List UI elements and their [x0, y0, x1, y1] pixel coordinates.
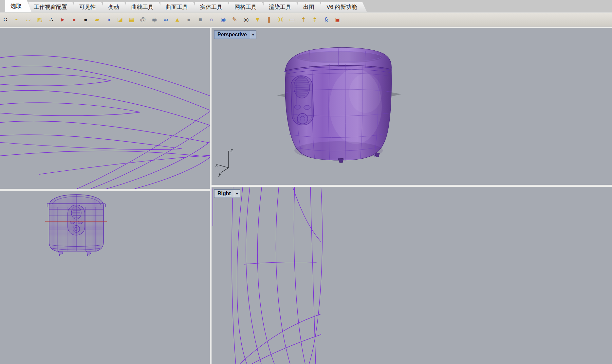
unlock-objects-icon[interactable]: § [322, 15, 330, 24]
viewport-perspective[interactable]: Perspective ▾ [212, 28, 612, 185]
viewport-label-right[interactable]: Right [214, 189, 234, 198]
axis-label-x: x [215, 162, 218, 167]
select-point-clouds-icon[interactable]: ∴ [47, 15, 55, 24]
right-wireframe-canvas [212, 187, 612, 364]
cplane-right-wing [391, 92, 401, 96]
select-surfaces-icon[interactable]: ▱ [24, 15, 32, 24]
select-chains-icon[interactable]: ∞ [162, 15, 170, 24]
select-circles-icon[interactable]: ○ [208, 15, 216, 24]
brush-select-icon[interactable]: ✎ [231, 15, 239, 24]
select-sphere-pairs-icon[interactable]: ◉ [219, 15, 227, 24]
tab-render-tools[interactable]: 渲染工具 [264, 2, 301, 12]
viewport-menu-arrow-icon[interactable]: ▾ [250, 30, 256, 39]
viewport-front[interactable] [0, 191, 210, 364]
tab-print[interactable]: 出图 [298, 2, 324, 12]
axis-gizmo [219, 151, 229, 172]
select-hatches-icon[interactable]: ▨ [36, 15, 44, 24]
select-surface-patch-icon[interactable]: ▰ [93, 15, 101, 24]
top-wireframe-canvas [0, 28, 210, 189]
perspective-canvas: z x y [212, 28, 612, 185]
tab-solid-tools[interactable]: 实体工具 [195, 2, 232, 12]
viewport-title-right: Right ▾ [214, 189, 240, 198]
fence-select-icon[interactable]: ∥ [265, 15, 273, 24]
viewport-right[interactable]: Right ▾ [212, 187, 612, 364]
select-meshes-icon[interactable]: ▦ [127, 15, 136, 24]
tab-select[interactable]: 选取 [5, 0, 31, 12]
select-by-color-icon[interactable]: ● [70, 15, 78, 24]
zoom-select-icon[interactable]: ◎ [242, 15, 250, 24]
tab-viewport-layout[interactable]: 工作视窗配置 [28, 2, 77, 12]
rhino-window: 选取 工作视窗配置 可见性 变动 曲线工具 曲面工具 实体工具 网格工具 渲染工… [0, 0, 612, 364]
toolbar-tab-strip: 选取 工作视窗配置 可见性 变动 曲线工具 曲面工具 实体工具 网格工具 渲染工… [0, 0, 612, 12]
key-select-icon[interactable]: † [299, 15, 307, 24]
select-black-objects-icon[interactable]: ● [82, 15, 90, 24]
select-spirals-icon[interactable]: @ [139, 15, 147, 24]
axis-label-y: y [218, 171, 222, 177]
viewport-menu-arrow-icon[interactable]: ▾ [234, 189, 240, 198]
cplane-left-wing [277, 93, 286, 97]
select-blocks-icon[interactable]: ▣ [334, 15, 342, 24]
select-boxes-icon[interactable]: ■ [196, 15, 204, 24]
select-points-icon[interactable]: ∷ [1, 15, 9, 24]
viewport-top[interactable] [0, 28, 210, 189]
selection-filter-icon[interactable]: ▼ [253, 15, 262, 24]
cooker-foot-left [338, 158, 343, 163]
viewport-title-perspective: Perspective ▾ [214, 30, 256, 39]
select-u-objects-icon[interactable]: Ⓤ [276, 15, 285, 24]
select-polysurfaces-icon[interactable]: ◑ [104, 15, 113, 24]
select-eraser-icon[interactable]: ◪ [116, 15, 124, 24]
tab-transform[interactable]: 变动 [103, 2, 129, 12]
lock-objects-icon[interactable]: ‡ [311, 15, 319, 24]
control-panel [290, 76, 314, 125]
front-wireframe-canvas [0, 191, 210, 364]
cooker-foot-right [375, 153, 380, 157]
select-cage-icon[interactable]: ▭ [288, 15, 296, 24]
tab-v6-new-features[interactable]: V6 的新功能 [321, 2, 367, 12]
main-toolbar: ∷ ~ ▱ ▨ ∴ ► ● ● ▰ ◑ ◪ ▦ @ ◉ ∞ ▲ ● ■ ○ ◉ … [0, 13, 612, 26]
select-curves-icon[interactable]: ~ [13, 15, 21, 24]
select-groups-icon[interactable]: ◉ [150, 15, 158, 24]
tab-surface-tools[interactable]: 曲面工具 [160, 2, 198, 12]
viewport-area: Perspective ▾ [0, 27, 612, 364]
select-cones-icon[interactable]: ▲ [173, 15, 181, 24]
select-spheres-icon[interactable]: ● [185, 15, 193, 24]
tab-curve-tools[interactable]: 曲线工具 [126, 2, 163, 12]
axis-label-z: z [230, 147, 233, 153]
select-control-points-icon[interactable]: ► [59, 15, 67, 24]
tab-mesh-tools[interactable]: 网格工具 [229, 2, 267, 12]
tab-visibility[interactable]: 可见性 [74, 2, 106, 12]
viewport-label-perspective[interactable]: Perspective [214, 30, 250, 39]
